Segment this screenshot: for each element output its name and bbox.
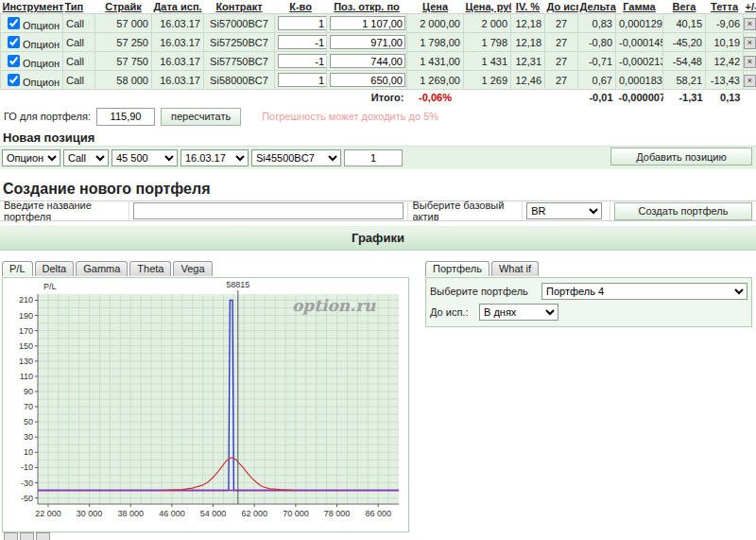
chart-toolbar-button-2[interactable] [20,532,34,540]
chart-area: 22 00030 00038 00046 00054 00062 00070 0… [2,277,409,532]
header-days[interactable]: До исп. [547,1,578,12]
delete-row-button[interactable]: × [744,37,756,49]
pos-open-input[interactable] [330,73,405,87]
header-gamma[interactable]: Гамма [623,1,655,12]
header-plus-minus[interactable]: +/- [746,1,756,12]
cell-qty [275,71,327,90]
header-vega[interactable]: Вега [673,1,696,12]
add-position-button[interactable]: Добавить позицию [610,148,752,165]
qty-input[interactable] [278,35,327,49]
expiry-row: До исп.: В днях [430,304,747,321]
totals-row: Итого: -0,06% -0,01 -0,000007 -1,31 0,13 [1,90,756,105]
header-iv[interactable]: IV. % [516,1,540,12]
go-input[interactable] [96,108,155,126]
instrument-select[interactable]: Опцион [2,149,60,166]
cell-iv: 12,46 [511,71,545,90]
table-header-row: Инструмент Тип Страйк Дата исп. Контракт… [1,0,756,14]
header-strike[interactable]: Страйк [105,1,141,12]
cell-vega: -54,48 [663,52,706,71]
cell-qty [275,33,327,52]
tab-what-if[interactable]: What if [491,261,539,276]
portfolio-name-input[interactable] [133,202,404,219]
new-position-title: Новая позиция [0,129,756,146]
delete-row-button[interactable]: × [744,75,756,87]
new-qty-input[interactable] [344,149,403,166]
cell-contract: Si57000BC7 [204,14,275,33]
option-type-select[interactable]: Call [63,149,109,166]
recalculate-button[interactable]: пересчитать [161,108,241,126]
qty-input[interactable] [278,54,327,68]
header-date[interactable]: Дата исп. [154,1,202,12]
pos-open-input[interactable] [330,35,405,49]
tab-portfolio[interactable]: Портфель [425,261,490,276]
header-instrument[interactable]: Инструмент [3,1,63,12]
date-select[interactable]: 16.03.17 [180,149,249,166]
svg-text:78 000: 78 000 [324,509,351,518]
tab-vega[interactable]: Vega [173,261,212,276]
charts-banner: Графики [0,226,756,251]
portfolio-select[interactable]: Портфель 4 [541,283,747,300]
pos-open-input[interactable] [330,54,405,68]
qty-input[interactable] [278,73,327,87]
contract-select[interactable]: Si45500BC7 [251,149,341,166]
cell-vega: -45,20 [663,33,706,52]
cell-pos-open [327,33,407,52]
header-price-rub[interactable]: Цена, руб. [466,1,511,12]
strike-select[interactable]: 45 500 [112,149,178,166]
chart-panel: P/LDeltaGammaThetaVega 22 00030 00038 00… [2,261,409,532]
cell-price-rub: 2 000 [464,14,511,33]
cell-date: 16.03.17 [152,71,204,90]
header-qty[interactable]: К-во [289,1,312,12]
delete-row-button[interactable]: × [744,56,756,68]
pos-open-input[interactable] [330,16,405,30]
chart-toolbar-button-1[interactable] [4,532,18,540]
portfolio-select-label: Выберите портфель [430,286,541,297]
totals-empty [545,90,578,105]
cell-price: 1 269,00 [407,71,464,90]
tab-gamma[interactable]: Gamma [76,261,128,276]
row-checkbox[interactable] [8,36,20,48]
tab-theta[interactable]: Theta [129,261,171,276]
cell-qty [275,14,327,33]
cell-gamma: -0,000145 [616,33,663,52]
tab-delta[interactable]: Delta [35,261,75,276]
svg-text:210: 210 [19,295,33,305]
portfolio-panel: ПортфельWhat if Выберите портфель Портфе… [425,261,752,327]
svg-text:30 000: 30 000 [77,509,103,518]
chart-toolbar-button-3[interactable] [36,532,50,540]
qty-input[interactable] [278,16,327,30]
svg-text:58815: 58815 [226,280,249,289]
header-contract[interactable]: Контракт [215,1,262,12]
cell-contract: Si58000BC7 [204,71,275,90]
totals-empty [511,90,545,105]
delete-row-button[interactable]: × [744,18,756,30]
portfolio-name-cell [129,201,408,220]
go-warning: Погрешность может доходить до 5% [262,111,438,122]
header-type[interactable]: Тип [65,1,84,12]
cell-vega: 58,21 [663,71,706,90]
header-pos-open[interactable]: Поз. откр. по [334,1,400,12]
cell-price-rub: 1 269 [464,71,511,90]
create-portfolio-button[interactable]: Создать портфель [614,202,752,220]
cell-strike: 58 000 [95,71,152,90]
cell-gamma: 0,000129 [616,14,663,33]
header-theta[interactable]: Тетта [711,1,738,12]
cell-instrument: Опцион [1,14,63,33]
header-delta[interactable]: Дельта [580,1,616,12]
svg-text:90: 90 [24,387,33,396]
table-row: Опцион Call 57 750 16.03.17 Si57750BC7 1… [1,52,756,71]
row-checkbox[interactable] [8,74,20,86]
row-checkbox[interactable] [8,17,20,29]
svg-text:54 000: 54 000 [200,509,227,518]
row-checkbox[interactable] [8,55,20,67]
svg-text:150: 150 [19,341,33,351]
cell-delta: -0,71 [578,52,616,71]
tab-pl[interactable]: P/L [2,261,33,276]
header-price[interactable]: Цена [422,1,448,12]
cell-delete: × [744,33,756,52]
expiry-label: До исп.: [430,306,479,318]
cell-strike: 57 250 [95,33,152,52]
expiry-select[interactable]: В днях [479,304,558,321]
base-asset-select[interactable]: BR [526,202,602,219]
cell-gamma: -0,000213 [616,52,663,71]
